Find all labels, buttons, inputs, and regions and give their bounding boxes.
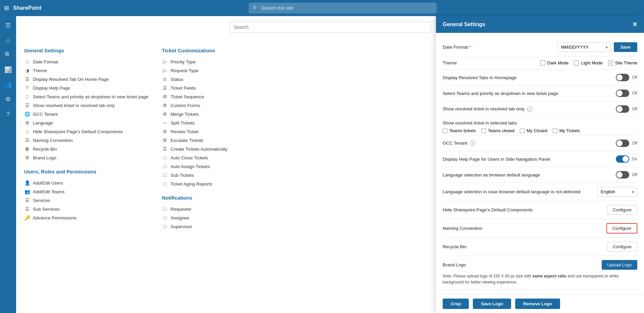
show-resolved-toggle[interactable] xyxy=(616,105,629,113)
nav-language[interactable]: ⚙ Language xyxy=(24,118,148,127)
my-closed-option[interactable]: My Closed xyxy=(520,128,547,133)
nav-assignee[interactable]: □ Assignee xyxy=(162,213,236,222)
save-logo-button[interactable]: Save Logo xyxy=(473,299,511,309)
recycle-bin-configure-btn[interactable]: Configure xyxy=(607,242,637,252)
priority-type-icon: ▷ xyxy=(162,59,168,64)
global-search[interactable]: 🔍 xyxy=(249,3,437,13)
nav-show-resolved[interactable]: ☰ Show resolved ticket in resolved tab o… xyxy=(24,101,148,110)
add-users-icon: 👤 xyxy=(24,180,30,186)
nav-split-tickets[interactable]: ↔ Split Tickets xyxy=(162,118,236,127)
nav-ticket-sequence[interactable]: ⚙ Ticket Sequence xyxy=(162,92,236,101)
teams-tickets-checkbox[interactable] xyxy=(443,128,447,133)
nav-display-help[interactable]: ? Display Help Page xyxy=(24,84,148,92)
remove-logo-button[interactable]: Remove Logo xyxy=(515,299,560,309)
light-mode-option[interactable]: Light Mode xyxy=(574,60,602,65)
nav-theme[interactable]: ◑ Theme xyxy=(24,66,148,75)
nav-auto-close-label: Auto Close Tickets xyxy=(170,155,208,160)
sidebar-help[interactable]: ? xyxy=(1,107,15,121)
my-closed-checkbox[interactable] xyxy=(520,128,525,133)
users-roles-title: Users, Roles and Permissions xyxy=(24,169,148,174)
nav-recycle[interactable]: 🗑 Recycle Bin xyxy=(24,145,148,153)
nav-advance-perms[interactable]: 🔑 Advance Permissions xyxy=(24,213,148,222)
gcc-tenant-info-icon[interactable]: i xyxy=(470,141,476,146)
light-mode-checkbox[interactable] xyxy=(574,60,579,65)
nav-escalate-tickets[interactable]: ⚙ Escalate Tickets xyxy=(162,136,236,145)
nav-auto-assign[interactable]: □ Auto Assign Tickets xyxy=(162,162,236,171)
my-tickets-option[interactable]: My Tickets xyxy=(553,128,580,133)
sidebar-settings[interactable]: ⚙ xyxy=(1,93,15,106)
naming-convention-configure-btn[interactable]: Configure xyxy=(606,223,637,233)
display-help-control: On xyxy=(616,155,637,163)
hide-sharepoint-configure-btn[interactable]: Configure xyxy=(607,205,637,215)
nav-sub-services[interactable]: ☰ Sub Services xyxy=(24,205,148,213)
date-format-select[interactable]: MM/DD/YYYY DD/MM/YYYY YYYY/MM/DD xyxy=(557,42,611,52)
nav-naming[interactable]: ☰ Naming Convention xyxy=(24,136,148,145)
display-help-toggle[interactable] xyxy=(616,155,629,163)
nav-sub-tickets[interactable]: □ Sub Tickets xyxy=(162,171,236,179)
nav-recycle-label: Recycle Bin xyxy=(33,147,57,152)
teams-closed-option[interactable]: Teams closed xyxy=(481,128,514,133)
sidebar-analytics[interactable]: 📊 xyxy=(1,63,15,76)
dark-mode-checkbox[interactable] xyxy=(540,60,545,65)
display-resolved-label: Display Resolved Tabs in Homepage xyxy=(443,75,612,80)
brand-logo-label: Brand Logo xyxy=(443,262,602,267)
save-button[interactable]: Save xyxy=(614,42,637,52)
display-resolved-toggle[interactable] xyxy=(616,74,629,81)
select-teams-toggle[interactable] xyxy=(616,90,629,97)
display-resolved-toggle-label: Off xyxy=(632,75,637,80)
nav-supervisor[interactable]: □ Supervisor xyxy=(162,222,236,231)
request-type-icon: ▷ xyxy=(162,68,168,73)
teams-closed-checkbox[interactable] xyxy=(481,128,486,133)
nav-priority-type[interactable]: ▷ Priority Type xyxy=(162,57,236,66)
nav-add-edit-users[interactable]: 👤 Add/Edit Users xyxy=(24,178,148,187)
search-icon: 🔍 xyxy=(253,5,258,11)
show-resolved-info-icon[interactable]: i xyxy=(527,106,533,112)
gcc-tenant-toggle[interactable] xyxy=(616,140,629,147)
nav-auto-close[interactable]: □ Auto Close Tickets xyxy=(162,153,236,162)
crop-button[interactable]: Crop xyxy=(443,299,469,309)
add-teams-icon: 👥 xyxy=(24,189,30,194)
nav-add-edit-teams[interactable]: 👥 Add/Edit Teams xyxy=(24,187,148,196)
sidebar-hamburger[interactable]: ☰ xyxy=(1,19,15,32)
nav-ticket-fields[interactable]: ☰ Ticket Fields xyxy=(162,84,236,92)
grid-icon[interactable]: ⊞ xyxy=(4,4,9,12)
status-icon: ⊙ xyxy=(162,76,168,82)
show-resolved-row: Show resolved ticket in resolved tab onl… xyxy=(443,101,637,117)
nav-date-format-label: Date Format xyxy=(33,59,58,64)
upload-logo-button[interactable]: Upload Logo xyxy=(602,260,637,270)
dark-mode-option[interactable]: Dark Mode xyxy=(540,60,569,65)
search-input[interactable] xyxy=(261,5,433,11)
sidebar-search[interactable]: 🔍 xyxy=(1,48,15,62)
nav-create-auto[interactable]: ☰ Create Tickets Automatically xyxy=(162,145,236,153)
my-tickets-checkbox[interactable] xyxy=(553,128,557,133)
nav-request-type[interactable]: ▷ Request Type xyxy=(162,66,236,75)
nav-services[interactable]: ☰ Services xyxy=(24,196,148,205)
nav-hide-sharepoint[interactable]: □ Hide Sharepoint Page's Default Compone… xyxy=(24,127,148,136)
nav-review-ticket[interactable]: ⚙ Review Ticket xyxy=(162,127,236,136)
nav-ticket-aging[interactable]: □ Ticket Aging Reports xyxy=(162,179,236,188)
naming-icon: ☰ xyxy=(24,138,30,143)
gs-close-button[interactable]: ✕ xyxy=(632,21,637,28)
lang-browser-toggle[interactable] xyxy=(616,171,629,178)
nav-gcc[interactable]: 🌐 GCC Tenant xyxy=(24,110,148,118)
site-theme-option[interactable]: Site Theme xyxy=(608,60,637,65)
teams-tickets-option[interactable]: Teams tickets xyxy=(443,128,476,133)
inner-search-input[interactable] xyxy=(230,21,431,33)
nav-add-teams-label: Add/Edit Teams xyxy=(33,189,64,194)
nav-select-teams[interactable]: □ Select Teams and priority as dropdown … xyxy=(24,92,148,101)
nav-requester[interactable]: □ Requester xyxy=(162,205,236,213)
language-select[interactable]: English Spanish French German xyxy=(597,187,637,197)
lang-browser-control: Off xyxy=(616,171,637,178)
nav-status[interactable]: ⊙ Status xyxy=(162,75,236,84)
nav-date-format[interactable]: □ Date Format xyxy=(24,57,148,66)
sidebar-home[interactable]: ⌂ xyxy=(1,34,15,47)
nav-merge-tickets[interactable]: ⚙ Merge Tickets xyxy=(162,110,236,118)
site-theme-checkbox[interactable] xyxy=(608,60,613,65)
assignee-icon: □ xyxy=(162,215,168,220)
nav-brand-logo[interactable]: ⚙ Brand Logo xyxy=(24,153,148,162)
show-resolved-label: Show resolved ticket in resolved tab onl… xyxy=(443,106,612,112)
sidebar-people[interactable]: 👥 xyxy=(1,78,15,91)
nav-custom-forms[interactable]: ⚙ Custom Forms xyxy=(162,101,236,110)
nav-display-resolved[interactable]: ☰ Display Resolved Tab On Home Page xyxy=(24,75,148,84)
nav-theme-label: Theme xyxy=(33,68,47,73)
